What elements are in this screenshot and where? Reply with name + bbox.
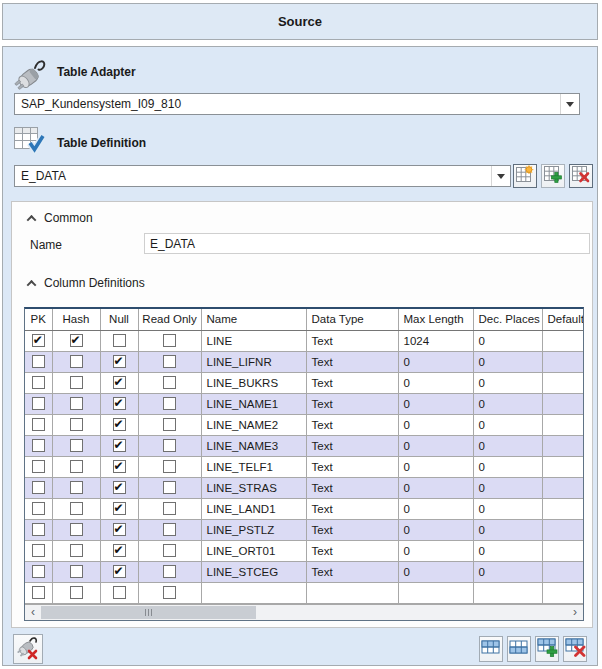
delete-adapter-button[interactable]	[13, 634, 43, 664]
read-only-checkbox[interactable]	[163, 460, 176, 473]
cell-default[interactable]	[542, 498, 583, 519]
null-checkbox[interactable]	[113, 460, 126, 473]
hash-checkbox[interactable]	[70, 418, 83, 431]
read-only-checkbox[interactable]	[163, 586, 176, 599]
null-checkbox[interactable]	[113, 439, 126, 452]
add-table-definition-button[interactable]	[541, 164, 565, 188]
cell-data_type[interactable]: Text	[306, 372, 398, 393]
cell-default[interactable]	[542, 477, 583, 498]
cell-max_length[interactable]: 0	[398, 498, 473, 519]
cell-dec_places[interactable]: 0	[473, 498, 542, 519]
cell-max_length[interactable]: 0	[398, 435, 473, 456]
cell-data_type[interactable]: Text	[306, 498, 398, 519]
cell-max_length[interactable]: 0	[398, 561, 473, 582]
cell-data_type[interactable]: Text	[306, 414, 398, 435]
cell-dec_places[interactable]: 0	[473, 540, 542, 561]
pk-checkbox[interactable]	[32, 523, 45, 536]
pk-checkbox[interactable]	[32, 439, 45, 452]
hash-checkbox[interactable]	[70, 544, 83, 557]
cell-name[interactable]: LINE_NAME3	[201, 435, 306, 456]
scroll-left-button[interactable]: ‹	[25, 604, 41, 620]
null-checkbox[interactable]	[113, 565, 126, 578]
hash-checkbox[interactable]	[70, 334, 83, 347]
pk-checkbox[interactable]	[32, 586, 45, 599]
column-header[interactable]: Default	[542, 309, 583, 330]
cell-data_type[interactable]: Text	[306, 330, 398, 351]
cell-default[interactable]	[542, 519, 583, 540]
cell-name[interactable]: LINE_PSTLZ	[201, 519, 306, 540]
cell-dec_places[interactable]: 0	[473, 351, 542, 372]
cell-data_type[interactable]: Text	[306, 477, 398, 498]
null-checkbox[interactable]	[113, 523, 126, 536]
null-checkbox[interactable]	[113, 397, 126, 410]
cell-name[interactable]: LINE_BUKRS	[201, 372, 306, 393]
cell-dec_places[interactable]: 0	[473, 414, 542, 435]
delete-column-button[interactable]	[563, 636, 587, 662]
cell-dec_places[interactable]: 0	[473, 393, 542, 414]
cell-data_type[interactable]: Text	[306, 561, 398, 582]
grid-bottom-rows-button[interactable]	[507, 636, 531, 662]
null-checkbox[interactable]	[113, 355, 126, 368]
cell-data_type[interactable]: Text	[306, 540, 398, 561]
null-checkbox[interactable]	[113, 544, 126, 557]
cell-default[interactable]	[542, 393, 583, 414]
name-field-input[interactable]	[144, 233, 590, 254]
read-only-checkbox[interactable]	[163, 334, 176, 347]
cell-name[interactable]: LINE_NAME1	[201, 393, 306, 414]
cell-max_length[interactable]: 0	[398, 414, 473, 435]
pk-checkbox[interactable]	[32, 334, 45, 347]
hash-checkbox[interactable]	[70, 460, 83, 473]
cell-default[interactable]	[542, 582, 583, 603]
cell-data_type[interactable]: Text	[306, 393, 398, 414]
hash-checkbox[interactable]	[70, 376, 83, 389]
pk-checkbox[interactable]	[32, 565, 45, 578]
cell-dec_places[interactable]	[473, 582, 542, 603]
horizontal-scrollbar[interactable]: ‹ ›	[25, 604, 583, 620]
cell-max_length[interactable]: 0	[398, 540, 473, 561]
hash-checkbox[interactable]	[70, 439, 83, 452]
column-header[interactable]: Hash	[52, 309, 100, 330]
cell-max_length[interactable]: 0	[398, 351, 473, 372]
cell-dec_places[interactable]: 0	[473, 435, 542, 456]
hash-checkbox[interactable]	[70, 502, 83, 515]
column-header[interactable]: PK	[25, 309, 52, 330]
column-header[interactable]: Null	[100, 309, 138, 330]
cell-max_length[interactable]: 0	[398, 456, 473, 477]
cell-name[interactable]: LINE_LIFNR	[201, 351, 306, 372]
scrollbar-thumb[interactable]	[41, 606, 256, 619]
chevron-down-icon[interactable]	[491, 166, 510, 186]
cell-max_length[interactable]: 0	[398, 372, 473, 393]
cell-dec_places[interactable]: 0	[473, 477, 542, 498]
cell-default[interactable]	[542, 414, 583, 435]
read-only-checkbox[interactable]	[163, 376, 176, 389]
cell-name[interactable]: LINE_ORT01	[201, 540, 306, 561]
null-checkbox[interactable]	[113, 376, 126, 389]
cell-data_type[interactable]	[306, 582, 398, 603]
read-only-checkbox[interactable]	[163, 565, 176, 578]
column-header[interactable]: Dec. Places	[473, 309, 542, 330]
cell-name[interactable]: LINE_NAME2	[201, 414, 306, 435]
cell-name[interactable]: LINE	[201, 330, 306, 351]
new-table-definition-button[interactable]	[513, 164, 537, 188]
read-only-checkbox[interactable]	[163, 523, 176, 536]
pk-checkbox[interactable]	[32, 481, 45, 494]
read-only-checkbox[interactable]	[163, 502, 176, 515]
read-only-checkbox[interactable]	[163, 439, 176, 452]
cell-default[interactable]	[542, 330, 583, 351]
cell-dec_places[interactable]: 0	[473, 519, 542, 540]
hash-checkbox[interactable]	[70, 481, 83, 494]
cell-name[interactable]: LINE_STRAS	[201, 477, 306, 498]
scroll-right-button[interactable]: ›	[567, 604, 583, 620]
cell-default[interactable]	[542, 351, 583, 372]
read-only-checkbox[interactable]	[163, 418, 176, 431]
cell-max_length[interactable]: 0	[398, 519, 473, 540]
cell-dec_places[interactable]: 0	[473, 330, 542, 351]
cell-name[interactable]	[201, 582, 306, 603]
cell-name[interactable]: LINE_TELF1	[201, 456, 306, 477]
column-header[interactable]: Data Type	[306, 309, 398, 330]
cell-data_type[interactable]: Text	[306, 456, 398, 477]
pk-checkbox[interactable]	[32, 544, 45, 557]
column-header[interactable]: Max Length	[398, 309, 473, 330]
pk-checkbox[interactable]	[32, 397, 45, 410]
read-only-checkbox[interactable]	[163, 397, 176, 410]
